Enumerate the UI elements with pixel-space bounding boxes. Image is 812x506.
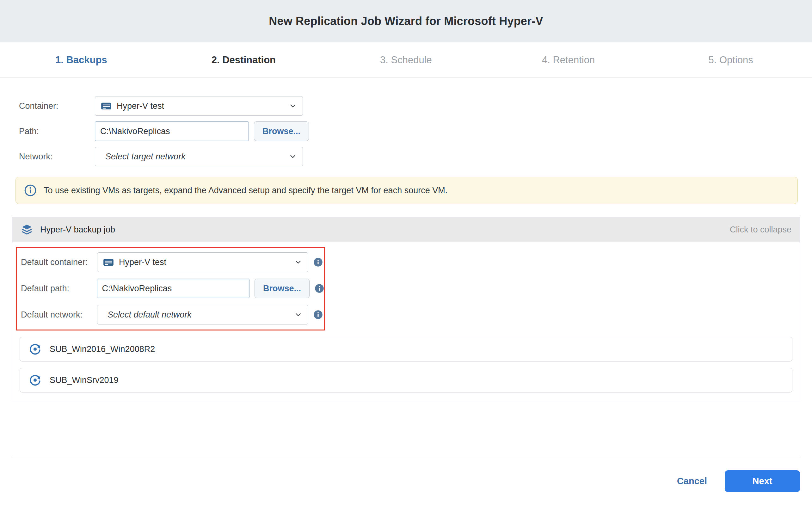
info-banner-text: To use existing VMs as targets, expand t…	[43, 186, 447, 195]
storage-container-icon	[100, 100, 112, 112]
default-network-label: Default network:	[21, 310, 97, 320]
browse-button[interactable]: Browse...	[254, 121, 309, 141]
default-network-select[interactable]: Select default network	[97, 305, 308, 325]
container-label: Container:	[19, 101, 95, 111]
container-selected-value: Hyper-V test	[112, 101, 289, 111]
defaults-highlight-box: Default container: Hyper-V test	[16, 247, 325, 331]
default-container-select[interactable]: Hyper-V test	[97, 252, 308, 272]
step-label: 4. Retention	[542, 55, 595, 66]
chevron-down-icon	[294, 258, 302, 266]
replica-icon	[29, 374, 41, 387]
next-button[interactable]: Next	[725, 470, 800, 492]
step-options: 5. Options	[649, 43, 812, 78]
step-label: 5. Options	[709, 55, 753, 66]
network-label: Network:	[19, 152, 95, 162]
vm-name: SUB_Win2016_Win2008R2	[50, 344, 155, 354]
cancel-button[interactable]: Cancel	[677, 476, 707, 486]
backup-job-panel-header[interactable]: Hyper-V backup job Click to collapse	[12, 217, 800, 242]
chevron-down-icon	[289, 102, 297, 110]
chevron-down-icon	[294, 311, 302, 319]
step-retention: 4. Retention	[487, 43, 650, 78]
default-path-label: Default path:	[21, 284, 97, 293]
info-icon	[24, 184, 37, 197]
backup-job-title: Hyper-V backup job	[40, 225, 115, 235]
network-row: Network: Select target network	[19, 147, 812, 166]
info-icon[interactable]	[313, 310, 323, 319]
replica-icon	[29, 343, 41, 355]
chevron-down-icon	[289, 152, 297, 161]
step-destination[interactable]: 2. Destination	[163, 43, 325, 78]
step-label: 2. Destination	[211, 55, 276, 66]
container-select[interactable]: Hyper-V test	[95, 96, 303, 116]
default-container-label: Default container:	[21, 257, 97, 267]
titlebar: New Replication Job Wizard for Microsoft…	[0, 0, 812, 43]
storage-container-icon	[102, 256, 114, 268]
step-label: 3. Schedule	[380, 55, 432, 66]
vm-name: SUB_WinSrv2019	[50, 375, 118, 385]
network-select[interactable]: Select target network	[95, 147, 303, 166]
destination-form: Container: Hyper-V test Path: Browse...	[0, 78, 812, 166]
vm-list-item[interactable]: SUB_Win2016_Win2008R2	[20, 337, 792, 361]
backup-job-panel: Hyper-V backup job Click to collapse Def…	[12, 217, 800, 402]
default-network-placeholder: Select default network	[102, 310, 294, 320]
default-path-row: Default path: Browse...	[21, 279, 324, 298]
step-backups[interactable]: 1. Backups	[0, 43, 163, 78]
container-row: Container: Hyper-V test	[19, 96, 812, 116]
info-icon[interactable]	[313, 257, 323, 267]
layers-icon	[20, 223, 33, 236]
default-network-row: Default network: Select default network	[21, 305, 324, 325]
info-icon[interactable]	[314, 284, 324, 293]
footer-divider	[12, 456, 800, 456]
wizard-window: New Replication Job Wizard for Microsoft…	[0, 0, 812, 506]
path-row: Path: Browse...	[19, 121, 812, 141]
page-title: New Replication Job Wizard for Microsoft…	[269, 14, 543, 28]
info-banner: To use existing VMs as targets, expand t…	[15, 177, 798, 204]
default-container-row: Default container: Hyper-V test	[21, 252, 324, 272]
default-browse-button[interactable]: Browse...	[255, 279, 309, 298]
network-placeholder: Select target network	[100, 152, 289, 162]
step-label: 1. Backups	[55, 55, 107, 66]
wizard-steps: 1. Backups 2. Destination 3. Schedule 4.…	[0, 43, 812, 78]
step-schedule: 3. Schedule	[325, 43, 487, 78]
vm-list-item[interactable]: SUB_WinSrv2019	[20, 368, 792, 393]
path-label: Path:	[19, 126, 95, 136]
default-container-selected-value: Hyper-V test	[114, 257, 294, 267]
collapse-hint: Click to collapse	[730, 225, 792, 235]
path-input[interactable]	[95, 121, 249, 141]
footer-actions: Cancel Next	[677, 470, 800, 492]
default-path-input[interactable]	[97, 279, 250, 298]
backup-job-panel-body: Default container: Hyper-V test	[12, 242, 800, 402]
